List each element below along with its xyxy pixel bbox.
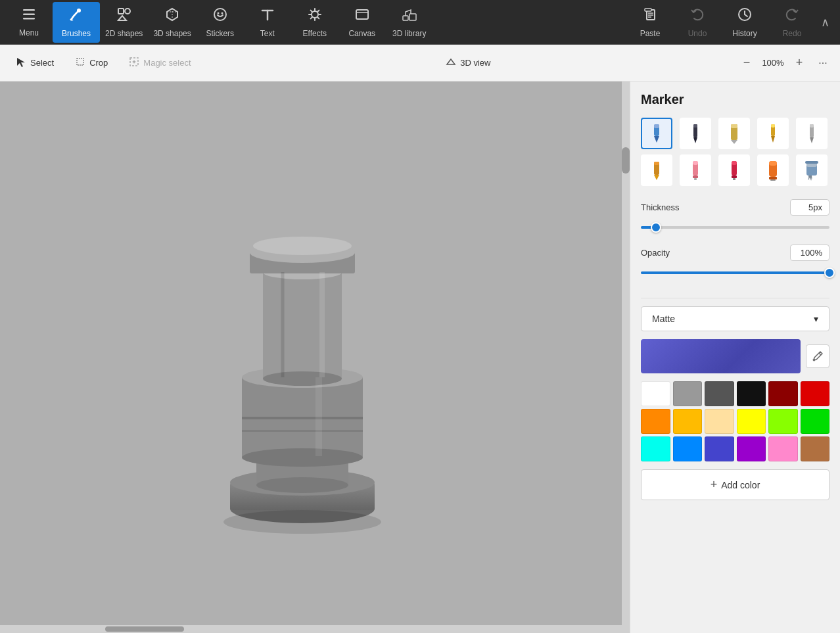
svg-marker-62 [771, 136, 775, 143]
opacity-thumb[interactable] [824, 268, 835, 278]
svg-rect-80 [770, 179, 776, 181]
paste-label: Paste [640, 29, 661, 38]
color-black[interactable] [737, 381, 766, 406]
brush-item-7[interactable] [680, 154, 711, 186]
color-yellow[interactable] [737, 409, 766, 434]
svg-rect-19 [403, 16, 408, 20]
text-icon [260, 7, 275, 26]
svg-rect-78 [769, 161, 777, 166]
svg-rect-22 [645, 9, 651, 11]
brush-item-3[interactable] [718, 118, 750, 149]
color-red[interactable] [801, 381, 830, 406]
view3d-button[interactable]: 3D view [438, 53, 498, 74]
svg-marker-59 [731, 140, 737, 144]
color-peach[interactable] [705, 409, 734, 434]
color-white[interactable] [641, 381, 670, 406]
svg-rect-20 [409, 14, 416, 20]
more-options-button[interactable]: ··· [814, 54, 832, 72]
brushes-button[interactable]: Brushes [53, 2, 100, 43]
eyedropper-button[interactable] [806, 344, 829, 368]
vertical-scrollbar[interactable] [622, 82, 630, 633]
color-lightgray[interactable] [673, 381, 703, 406]
opacity-slider[interactable] [641, 266, 829, 279]
shapes3d-button[interactable]: 3D shapes [148, 2, 196, 43]
brush-item-5[interactable] [796, 118, 828, 149]
color-darkred[interactable] [768, 381, 798, 406]
menu-button[interactable]: Menu [5, 2, 53, 43]
color-brown[interactable] [801, 436, 830, 461]
effects-button[interactable]: Effects [291, 2, 338, 43]
select-button[interactable]: Select [8, 53, 62, 74]
color-green[interactable] [801, 409, 830, 434]
brush-item-6[interactable] [641, 154, 672, 186]
svg-rect-79 [769, 177, 777, 179]
thickness-thumb[interactable] [651, 222, 661, 233]
color-orange[interactable] [641, 409, 670, 434]
paste-icon [642, 7, 658, 26]
brush-item-8[interactable] [718, 154, 750, 186]
brush-item-9[interactable] [757, 154, 789, 186]
library3d-button[interactable]: 3D library [386, 2, 433, 43]
shapes2d-button[interactable]: 2D shapes [100, 2, 148, 43]
color-blue[interactable] [673, 436, 703, 461]
color-pink[interactable] [768, 436, 798, 461]
svg-rect-2 [23, 18, 35, 20]
thickness-slider[interactable] [641, 221, 829, 234]
paste-button[interactable]: Paste [626, 2, 674, 43]
zoom-in-button[interactable]: + [790, 54, 808, 72]
svg-rect-4 [118, 9, 124, 14]
undo-button[interactable]: Undo [674, 2, 721, 43]
brush-item-1[interactable] [641, 118, 672, 149]
top-toolbar: Menu Brushes 2D shapes [0, 0, 840, 45]
canvas-icon [354, 7, 370, 26]
menu-label: Menu [19, 28, 39, 37]
brush-item-4[interactable] [757, 118, 789, 149]
collapse-button[interactable]: ∧ [816, 12, 835, 32]
color-purple[interactable] [737, 436, 766, 461]
redo-label: Redo [783, 29, 802, 38]
thickness-row: Thickness 5px [641, 199, 829, 216]
svg-rect-0 [23, 9, 35, 11]
matte-label: Matte [652, 314, 675, 324]
crop-button[interactable]: Crop [67, 53, 116, 74]
canvas-area[interactable] [0, 82, 630, 633]
history-button[interactable]: History [721, 2, 768, 43]
second-toolbar: Select Crop Magic select 3D view − 1 [0, 45, 840, 82]
svg-rect-56 [693, 124, 697, 128]
select-icon [16, 57, 26, 70]
brush-item-10[interactable] [796, 154, 828, 186]
shapes2d-icon [116, 7, 132, 26]
matte-dropdown[interactable]: Matte ▾ [641, 306, 829, 331]
canvas-label: Canvas [348, 29, 375, 38]
svg-marker-52 [654, 136, 659, 143]
3d-object [204, 167, 401, 548]
magic-select-button[interactable]: Magic select [121, 53, 198, 74]
canvas-button[interactable]: Canvas [338, 2, 386, 43]
text-button[interactable]: Text [244, 2, 291, 43]
svg-marker-55 [693, 137, 697, 143]
svg-rect-74 [732, 161, 737, 165]
magic-select-label: Magic select [143, 58, 191, 68]
undo-label: Undo [688, 29, 707, 38]
color-indigo[interactable] [705, 436, 734, 461]
zoom-out-button[interactable]: − [737, 54, 756, 72]
color-yellow-green[interactable] [768, 409, 798, 434]
horizontal-scrollbar[interactable] [0, 625, 622, 633]
svg-rect-76 [733, 178, 735, 180]
svg-rect-39 [242, 430, 363, 432]
redo-button[interactable]: Redo [768, 2, 816, 43]
history-label: History [732, 29, 757, 38]
add-color-button[interactable]: + Add color [641, 469, 829, 500]
svg-rect-40 [263, 272, 342, 379]
stickers-button[interactable]: Stickers [197, 2, 244, 43]
brush-item-2[interactable] [680, 118, 711, 149]
svg-rect-71 [693, 176, 698, 178]
active-color-swatch[interactable] [641, 339, 801, 373]
color-darkgray[interactable] [705, 381, 734, 406]
color-yellow-orange[interactable] [673, 409, 703, 434]
svg-point-6 [214, 9, 226, 20]
brushes-icon [68, 7, 84, 26]
add-color-icon: + [711, 478, 718, 492]
svg-point-3 [77, 9, 81, 12]
color-cyan[interactable] [641, 436, 670, 461]
